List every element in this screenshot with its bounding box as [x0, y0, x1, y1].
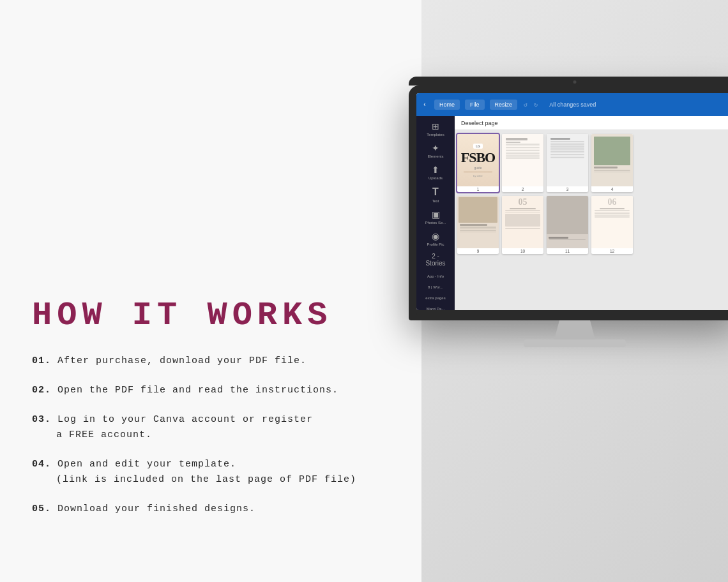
save-status: All changes saved [549, 101, 596, 108]
uploads-icon: ⬆ [421, 165, 450, 175]
pages-row-2: 9 05 [457, 196, 728, 254]
monitor-stand-neck [549, 320, 600, 340]
page-9-inner [457, 196, 499, 248]
page-thumb-4[interactable]: 4 [591, 134, 633, 192]
sidebar-marvi[interactable]: Marvi Pa... [420, 304, 451, 310]
redo-icon[interactable]: ↻ [534, 101, 538, 108]
p10-title [510, 208, 536, 209]
home-button[interactable]: Home [434, 100, 460, 110]
p2-l7 [506, 153, 540, 154]
page-4-number: 4 [591, 186, 633, 192]
page-4-inner [591, 134, 633, 186]
profile-icon: ◉ [421, 231, 450, 241]
page-2-inner [502, 134, 543, 186]
step-1: 01. After purchase, download your PDF fi… [32, 354, 377, 369]
sidebar-stories[interactable]: 2 - Stories [420, 250, 451, 270]
cover-subtitle: guide [474, 166, 482, 170]
step-5-number: 05. [32, 504, 51, 514]
p12-l1 [595, 210, 630, 211]
page-thumb-11[interactable]: 11 [547, 196, 588, 254]
step-3: 03. Log in to your Canva account or regi… [32, 412, 377, 443]
sidebar-elements[interactable]: ✦ Elements [420, 140, 451, 161]
p4-photo [594, 137, 630, 165]
step-5-text: Download your finished designs. [57, 504, 255, 514]
p11-room [547, 196, 588, 234]
step-5: 05. Download your finished designs. [32, 502, 377, 517]
page-12-content: 06 [591, 196, 633, 248]
pages-container: LG FSBO guide by seller 1 [455, 130, 728, 310]
p2-l6 [506, 152, 540, 153]
sidebar-profile[interactable]: ◉ Profile Pic [420, 228, 451, 249]
sidebar-uploads[interactable]: ⬆ Uploads [420, 162, 451, 183]
elements-label: Elements [427, 154, 443, 158]
p10-l1 [505, 210, 540, 211]
p2-l3 [506, 147, 540, 148]
page-1-inner: LG FSBO guide by seller [457, 134, 499, 186]
page-1-cover: LG FSBO guide by seller [457, 134, 499, 186]
page-3-inner [547, 134, 588, 186]
sidebar-app[interactable]: App - Info [420, 271, 451, 281]
step-1-text: After purchase, download your PDF file. [57, 355, 307, 366]
monitor-top-bar [409, 77, 728, 86]
p12-title [600, 208, 624, 209]
page-thumb-2[interactable]: 2 [502, 134, 543, 192]
cover-by: by seller [473, 174, 483, 177]
canva-body: ⊞ Templates ✦ Elements ⬆ Uploads [416, 116, 728, 310]
pages-scroll: LG FSBO guide by seller 1 [455, 130, 728, 258]
canva-main: Deselect page [455, 116, 728, 310]
step-1-number: 01. [32, 355, 51, 366]
page-4-content [591, 134, 633, 186]
step-2-text: Open the PDF file and read the instructi… [57, 385, 338, 396]
sidebar-work[interactable]: 8 | Wor... [420, 282, 451, 292]
p3-l7 [550, 151, 584, 152]
left-panel: HOW IT WORKS 01. After purchase, downloa… [0, 0, 409, 582]
p2-l4 [506, 149, 540, 150]
page-9-number: 9 [457, 248, 499, 254]
monitor-frame: ‹ Home File Resize ↺ ↻ All changes saved [409, 86, 728, 320]
deselect-bar[interactable]: Deselect page [455, 116, 728, 130]
p10-l2 [505, 212, 540, 213]
p11-text [547, 235, 588, 242]
profile-label: Profile Pic [427, 243, 444, 246]
p10-l3 [505, 228, 540, 229]
sidebar-photos[interactable]: ▣ Photos Se... [420, 207, 451, 227]
page-thumb-12[interactable]: 06 [591, 196, 633, 254]
undo-icon[interactable]: ↺ [524, 101, 527, 108]
monitor-stand-base [524, 340, 626, 347]
p2-title [506, 138, 527, 140]
page-thumb-9[interactable]: 9 [457, 196, 499, 254]
sidebar-extra[interactable]: extra pages [420, 293, 451, 302]
sidebar-text[interactable]: T Text [420, 184, 451, 205]
fsbo-text: FSBO [461, 151, 495, 165]
page-3-content [547, 134, 588, 186]
canva-toolbar: ‹ Home File Resize ↺ ↻ All changes saved [416, 93, 728, 116]
templates-icon: ⊞ [421, 121, 450, 131]
page-11-number: 11 [547, 248, 588, 254]
p3-l9 [550, 154, 584, 155]
resize-button[interactable]: Resize [490, 100, 518, 110]
page-thumb-10[interactable]: 05 [502, 196, 543, 254]
text-icon: T [421, 186, 450, 198]
p2-l5 [506, 150, 540, 151]
templates-label: Templates [427, 133, 444, 137]
file-button[interactable]: File [465, 100, 485, 110]
monitor-camera [573, 80, 577, 84]
sidebar-templates[interactable]: ⊞ Templates [420, 119, 451, 139]
page-thumb-3[interactable]: 3 [547, 134, 588, 192]
page-12-number: 12 [591, 248, 633, 254]
step-4-indent: (link is included on the last page of PD… [32, 474, 356, 485]
p3-l3 [550, 144, 584, 146]
step-2: 02. Open the PDF file and read the instr… [32, 383, 377, 398]
p9-img [459, 197, 497, 223]
pages-row-1: LG FSBO guide by seller 1 [457, 134, 728, 192]
p2-l2 [506, 146, 540, 147]
p3-header [550, 138, 570, 140]
p4-l2 [594, 172, 630, 173]
p9-l1 [460, 227, 496, 228]
p3-l10 [550, 156, 584, 157]
right-panel: ‹ Home File Resize ↺ ↻ All changes saved [409, 0, 728, 582]
page-11-inner [547, 196, 588, 248]
page-thumb-1[interactable]: LG FSBO guide by seller 1 [457, 134, 499, 192]
page-3-number: 3 [547, 186, 588, 192]
p9-l2 [460, 228, 496, 230]
